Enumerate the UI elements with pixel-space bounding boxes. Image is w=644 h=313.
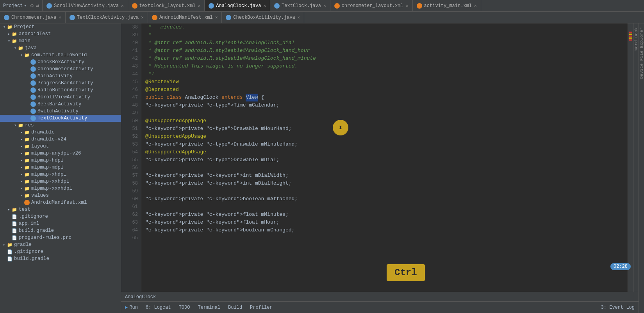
sidebar-item-mipmap-anydpi-v26[interactable]: ▸📁mipmap-anydpi-v26 — [0, 150, 121, 157]
code-line[interactable]: "c-keyword">private "c-type">Drawable mD… — [145, 156, 628, 164]
sidebar-item-build.gradle[interactable]: 📄build.gradle — [0, 255, 121, 262]
line-number: 63 — [121, 219, 138, 226]
sidebar-item-TextClockActivity[interactable]: TextClockActivity — [0, 115, 121, 122]
device-file-explorer-panel[interactable]: Device File Explorer — [639, 23, 644, 313]
tab-label: AndroidManifest.xml — [159, 15, 213, 20]
project-dropdown-icon[interactable]: ▾ — [24, 4, 26, 8]
code-line[interactable]: @Deprecated — [145, 86, 628, 94]
sidebar-item-test[interactable]: ▸📁test — [0, 206, 121, 213]
tab-textclock_layout.xml[interactable]: textclock_layout.xml✕ — [128, 0, 205, 12]
tab-close-btn[interactable]: ✕ — [406, 3, 409, 8]
settings-icon[interactable]: ⚙ — [30, 2, 33, 9]
sidebar-item-mipmap-xhdpi[interactable]: ▸📁mipmap-xhdpi — [0, 171, 121, 178]
terminal-button[interactable]: Terminal — [198, 305, 220, 310]
tab-close-btn[interactable]: ✕ — [263, 3, 266, 8]
logcat-button[interactable]: 6: Logcat — [146, 305, 171, 310]
code-line[interactable]: * @deprecated This widget is no longer s… — [145, 62, 628, 70]
sidebar-item-RadioButtonActivity[interactable]: RadioButtonActivity — [0, 87, 121, 94]
code-line[interactable] — [145, 234, 628, 242]
build-button[interactable]: Build — [228, 305, 242, 310]
sidebar-item-main[interactable]: ▾📁main — [0, 37, 121, 44]
sidebar-item-AndroidManifest.xml[interactable]: AndroidManifest.xml — [0, 199, 121, 206]
code-line[interactable]: * @attr ref android.R.styleable#AnalogCl… — [145, 39, 628, 47]
code-line[interactable]: "c-keyword">private "c-type">Drawable mH… — [145, 125, 628, 133]
sidebar-item-mipmap-hdpi[interactable]: ▸📁mipmap-hdpi — [0, 157, 121, 164]
sidebar-item-res[interactable]: ▾📁res — [0, 122, 121, 129]
tab2-Chronometer.java[interactable]: Chronometer.java✕ — [0, 12, 66, 23]
tab-activity_main.xml[interactable]: activity_main.xml✕ — [413, 0, 481, 12]
todo-button[interactable]: TODO — [179, 305, 190, 310]
sync-icon[interactable]: ⇄ — [36, 2, 39, 9]
code-line[interactable]: @UnsupportedAppUsage — [145, 133, 628, 140]
sidebar-item-mipmap-xxxhdpi[interactable]: ▸📁mipmap-xxxhdpi — [0, 185, 121, 192]
tab-close-btn[interactable]: ✕ — [198, 3, 201, 8]
sidebar-item-java[interactable]: ▾📁java — [0, 44, 121, 52]
code-line[interactable]: "c-keyword">private "c-keyword">int mDia… — [145, 172, 628, 180]
code-line[interactable]: "c-keyword">private "c-type">Time mCalen… — [145, 101, 628, 109]
tab2-TextClockActivity.java[interactable]: TextClockActivity.java✕ — [66, 12, 148, 23]
sidebar-item-build.gradle-app[interactable]: 📄build.gradle — [0, 227, 121, 234]
sidebar-item-SwitchActivity[interactable]: SwitchActivity — [0, 108, 121, 115]
event-log-label: 3: Event Log — [601, 305, 635, 310]
code-editor[interactable]: 3839404142434445464748495051525354555657… — [121, 23, 639, 292]
tab-close-btn[interactable]: ✕ — [141, 15, 144, 20]
sidebar-item-com.ttit.helloworld[interactable]: ▾📁com.ttit.helloworld — [0, 52, 121, 59]
sidebar-item-ScrollViewActivity[interactable]: ScrollViewActivity — [0, 94, 121, 101]
tab-close-btn[interactable]: ✕ — [121, 3, 124, 8]
sidebar-item-MainActivity[interactable]: MainActivity — [0, 73, 121, 80]
tab-TextClock.java[interactable]: TextClock.java✕ — [270, 0, 330, 12]
code-line[interactable]: "c-keyword">private "c-keyword">int mDia… — [145, 180, 628, 187]
sidebar-item-ChronometerActivity[interactable]: ChronometerActivity — [0, 66, 121, 73]
sidebar-item-SeekBarActivity[interactable]: SeekBarActivity — [0, 101, 121, 108]
sidebar-item-values[interactable]: ▸📁values — [0, 192, 121, 199]
code-line[interactable]: * @attr ref android.R.styleable#AnalogCl… — [145, 55, 628, 62]
code-line[interactable]: * — [145, 31, 628, 39]
sidebar-item-ProgressBarActivity[interactable]: ProgressBarActivity — [0, 80, 121, 87]
tab2-AndroidManifest.xml[interactable]: AndroidManifest.xml✕ — [148, 12, 222, 23]
sidebar-item-androidTest[interactable]: ▸📁androidTest — [0, 30, 121, 37]
sidebar-item-drawable[interactable]: ▸📁drawable — [0, 129, 121, 136]
word-book-panel[interactable]: Word Book — [633, 23, 639, 292]
code-line[interactable]: @RemoteView — [145, 78, 628, 86]
code-content[interactable]: * minutes. * * @attr ref android.R.style… — [141, 23, 628, 292]
sidebar-item-drawable-v24[interactable]: ▸📁drawable-v24 — [0, 136, 121, 143]
tab-close-btn[interactable]: ✕ — [215, 15, 218, 20]
sidebar-item-mipmap-xxhdpi[interactable]: ▸📁mipmap-xxhdpi — [0, 178, 121, 185]
code-line[interactable]: @UnsupportedAppUsage — [145, 148, 628, 156]
tab-AnalogClock.java[interactable]: AnalogClock.java✕ — [205, 0, 270, 12]
sidebar-item-CheckBoxActivity[interactable]: CheckBoxActivity — [0, 59, 121, 66]
code-line[interactable]: "c-keyword">private "c-keyword">boolean … — [145, 195, 628, 203]
tab-close-btn[interactable]: ✕ — [323, 3, 326, 8]
sidebar-item-.gitignore-root[interactable]: 📄.gitignore — [0, 213, 121, 220]
code-line[interactable] — [145, 187, 628, 195]
event-log-button[interactable]: 3: Event Log — [601, 305, 635, 310]
code-line[interactable]: "c-keyword">private "c-keyword">float mM… — [145, 211, 628, 219]
sidebar-item-mipmap-mdpi[interactable]: ▸📁mipmap-mdpi — [0, 164, 121, 171]
tab-close-btn[interactable]: ✕ — [298, 15, 300, 20]
code-line[interactable]: * @attr ref android.R.styleable#AnalogCl… — [145, 47, 628, 55]
sidebar-item-gradle[interactable]: ▸📁gradle — [0, 241, 121, 248]
code-line[interactable] — [145, 164, 628, 172]
sidebar-item-project-root[interactable]: ▾📁Project — [0, 23, 121, 30]
tab-close-btn[interactable]: ✕ — [474, 3, 477, 8]
tab-ScrollViewActivity.java[interactable]: ScrollViewActivity.java✕ — [43, 0, 128, 12]
sidebar-item-layout[interactable]: ▸📁layout — [0, 143, 121, 150]
tab-chronometer_layout.xml[interactable]: chronometer_layout.xml✕ — [330, 0, 413, 12]
code-line[interactable]: * minutes. — [145, 23, 628, 31]
code-line[interactable]: "c-keyword">private "c-keyword">float mH… — [145, 219, 628, 226]
code-line[interactable] — [145, 203, 628, 211]
code-line[interactable]: @UnsupportedAppUsage — [145, 117, 628, 125]
tab-close-btn[interactable]: ✕ — [59, 15, 61, 20]
code-line[interactable]: */ — [145, 70, 628, 78]
sidebar-item-proguard-rules.pro[interactable]: 📄proguard-rules.pro — [0, 234, 121, 241]
code-line[interactable]: "c-keyword">private "c-type">Drawable mM… — [145, 140, 628, 148]
run-button[interactable]: ▶ Run — [125, 304, 138, 310]
code-line[interactable]: "c-keyword">private "c-keyword">boolean … — [145, 226, 628, 234]
sidebar-item-.gitignore[interactable]: 📄.gitignore — [0, 248, 121, 255]
tab2-CheckBoxAcitivity.java[interactable]: CheckBoxAcitivity.java✕ — [222, 12, 304, 23]
sidebar-item-app.iml[interactable]: 📄app.iml — [0, 220, 121, 227]
profiler-button[interactable]: Profiler — [250, 305, 273, 310]
code-line[interactable] — [145, 109, 628, 117]
code-line[interactable]: public class AnalogClock extends View { — [145, 94, 628, 101]
right-gutter-scrollbar[interactable] — [628, 23, 633, 292]
